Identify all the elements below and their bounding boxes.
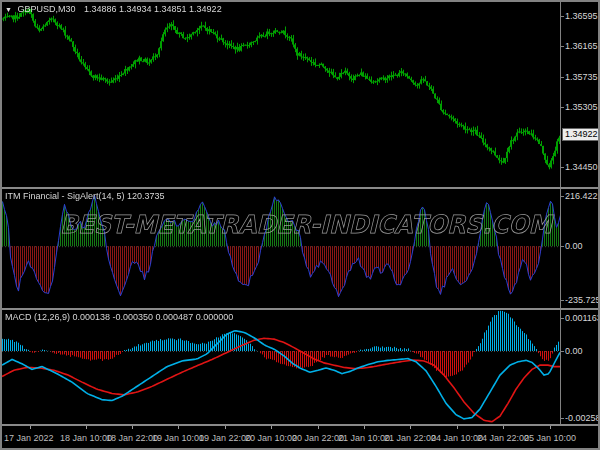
axis-tick — [561, 167, 564, 168]
price-chart-canvas[interactable] — [2, 2, 560, 187]
axis-tick — [561, 318, 564, 319]
axis-tick — [561, 351, 564, 352]
symbol-title: GBPUSD,M30 — [17, 4, 75, 14]
axis-label: -235.7255 — [565, 295, 600, 305]
time-label: 20 Jan 22:00 — [292, 433, 344, 443]
time-tick — [550, 426, 551, 429]
axis-tick — [561, 418, 564, 419]
macd-panel-title: MACD (12,26,9) 0.000138 -0.000350 0.0004… — [5, 312, 233, 322]
time-tick — [503, 426, 504, 429]
axis-tick — [561, 107, 564, 108]
axis-tick — [561, 46, 564, 47]
time-label: 19 Jan 22:00 — [199, 433, 251, 443]
time-tick — [457, 426, 458, 429]
axis-tick — [561, 246, 564, 247]
time-tick — [178, 426, 179, 429]
ohlc-values: 1.34886 1.34934 1.34851 1.34922 — [84, 4, 222, 14]
sigalert-panel: BEST-METATRADER-INDICATORS.COM ITM Finan… — [2, 189, 598, 308]
macd-plot-area — [2, 310, 561, 424]
time-tick — [225, 426, 226, 429]
time-tick — [30, 426, 31, 429]
current-price-box: 1.34922 — [562, 128, 600, 141]
chart-window: ▼ GBPUSD,M30 1.34886 1.34934 1.34851 1.3… — [0, 0, 600, 450]
time-label: 24 Jan 22:00 — [477, 433, 529, 443]
symbol-dropdown-icon[interactable]: ▼ — [5, 6, 12, 13]
price-plot-area — [2, 2, 561, 187]
axis-label: 1.35305 — [565, 102, 598, 112]
axis-label: 216.422 — [565, 191, 598, 201]
time-tick — [410, 426, 411, 429]
axis-label: -0.002586 — [565, 413, 600, 423]
macd-chart-canvas[interactable] — [2, 310, 560, 424]
time-label: 24 Jan 10:00 — [431, 433, 483, 443]
axis-tick — [561, 300, 564, 301]
axis-label: 0.00 — [565, 346, 583, 356]
sigalert-plot-area — [2, 189, 561, 308]
macd-axis: 0.0011630.00-0.002586 — [561, 310, 598, 424]
price-axis: 1.365951.361651.357351.353051.344501.349… — [561, 2, 598, 187]
time-label: 19 Jan 10:00 — [152, 433, 204, 443]
time-label: 20 Jan 10:00 — [245, 433, 297, 443]
sigalert-panel-title: ITM Financial - SigAlert(14, 5) 120.3735 — [5, 191, 165, 201]
time-label: 17 Jan 2022 — [4, 433, 54, 443]
time-tick — [86, 426, 87, 429]
time-axis[interactable]: 17 Jan 202218 Jan 10:0018 Jan 22:0019 Ja… — [2, 426, 598, 448]
axis-label: 1.36595 — [565, 11, 598, 21]
time-tick — [364, 426, 365, 429]
price-panel-title: ▼ GBPUSD,M30 1.34886 1.34934 1.34851 1.3… — [5, 4, 222, 14]
time-label: 18 Jan 10:00 — [60, 433, 112, 443]
axis-label: 1.35735 — [565, 72, 598, 82]
axis-label: 1.36165 — [565, 41, 598, 51]
time-label: 21 Jan 22:00 — [384, 433, 436, 443]
macd-panel: MACD (12,26,9) 0.000138 -0.000350 0.0004… — [2, 310, 598, 424]
axis-label: 0.00 — [565, 241, 583, 251]
axis-label: 0.001163 — [565, 313, 600, 323]
time-tick — [318, 426, 319, 429]
price-panel: ▼ GBPUSD,M30 1.34886 1.34934 1.34851 1.3… — [2, 2, 598, 187]
axis-tick — [561, 196, 564, 197]
axis-label: 1.34450 — [565, 162, 598, 172]
time-label: 18 Jan 22:00 — [106, 433, 158, 443]
axis-tick — [561, 77, 564, 78]
time-tick — [271, 426, 272, 429]
time-tick — [132, 426, 133, 429]
time-label: 25 Jan 10:00 — [524, 433, 576, 443]
sigalert-chart-canvas[interactable] — [2, 189, 560, 308]
axis-tick — [561, 16, 564, 17]
sigalert-axis: 216.4220.00-235.7255 — [561, 189, 598, 308]
time-label: 21 Jan 10:00 — [338, 433, 390, 443]
